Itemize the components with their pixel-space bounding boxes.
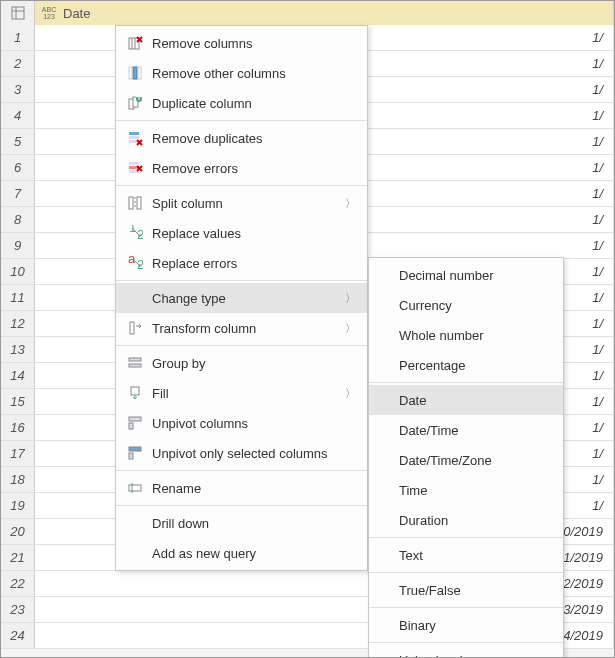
menu-replace-errors[interactable]: a2 Replace errors (116, 248, 367, 278)
drill-down-icon (124, 513, 146, 533)
menu-separator (369, 537, 563, 538)
svg-rect-36 (129, 417, 141, 421)
svg-rect-34 (129, 364, 141, 367)
remove-duplicates-icon (124, 128, 146, 148)
svg-rect-9 (129, 67, 132, 79)
submenu-duration[interactable]: Duration (369, 505, 563, 535)
submenu-date[interactable]: Date (369, 385, 563, 415)
submenu-decimal-number[interactable]: Decimal number (369, 260, 563, 290)
menu-label: Date/Time/Zone (399, 453, 555, 468)
type-123-label: 123 (43, 13, 55, 20)
menu-label: Duplicate column (152, 96, 359, 111)
menu-separator (116, 120, 367, 121)
menu-remove-other-columns[interactable]: Remove other columns (116, 58, 367, 88)
group-by-icon (124, 353, 146, 373)
fill-icon (124, 383, 146, 403)
duplicate-column-icon: + (124, 93, 146, 113)
menu-duplicate-column[interactable]: + Duplicate column (116, 88, 367, 118)
svg-text:1: 1 (129, 225, 136, 235)
remove-columns-icon (124, 33, 146, 53)
submenu-whole-number[interactable]: Whole number (369, 320, 563, 350)
menu-transform-column[interactable]: Transform column 〉 (116, 313, 367, 343)
menu-group-by[interactable]: Group by (116, 348, 367, 378)
column-name-label: Date (63, 6, 90, 21)
svg-rect-8 (133, 67, 137, 79)
menu-label: Time (399, 483, 555, 498)
menu-unpivot-only-selected[interactable]: Unpivot only selected columns (116, 438, 367, 468)
svg-rect-25 (129, 197, 133, 209)
submenu-date-time[interactable]: Date/Time (369, 415, 563, 445)
menu-separator (116, 345, 367, 346)
chevron-right-icon: 〉 (345, 321, 359, 336)
menu-label: Remove other columns (152, 66, 359, 81)
change-type-submenu: Decimal number Currency Whole number Per… (368, 257, 564, 658)
menu-split-column[interactable]: Split column 〉 (116, 188, 367, 218)
menu-label: Replace values (152, 226, 359, 241)
menu-label: True/False (399, 583, 555, 598)
chevron-right-icon: 〉 (345, 386, 359, 401)
menu-replace-values[interactable]: 12 Replace values (116, 218, 367, 248)
menu-label: Currency (399, 298, 555, 313)
svg-rect-20 (129, 162, 139, 165)
unpivot-columns-icon (124, 413, 146, 433)
menu-rename[interactable]: Rename (116, 473, 367, 503)
menu-label: Unpivot only selected columns (152, 446, 359, 461)
menu-remove-duplicates[interactable]: Remove duplicates (116, 123, 367, 153)
submenu-time[interactable]: Time (369, 475, 563, 505)
menu-label: Date (399, 393, 555, 408)
menu-label: Date/Time (399, 423, 555, 438)
row-number: 18 (1, 467, 35, 492)
replace-errors-icon: a2 (124, 253, 146, 273)
unpivot-selected-icon (124, 443, 146, 463)
row-number: 22 (1, 571, 35, 596)
row-number: 12 (1, 311, 35, 336)
table-corner[interactable] (1, 1, 35, 25)
menu-remove-columns[interactable]: Remove columns (116, 28, 367, 58)
column-context-menu: Remove columns Remove other columns + Du… (115, 25, 368, 571)
submenu-using-locale[interactable]: Using locale... (369, 645, 563, 658)
row-number: 1 (1, 25, 35, 50)
svg-rect-0 (12, 7, 24, 19)
row-number: 14 (1, 363, 35, 388)
submenu-text[interactable]: Text (369, 540, 563, 570)
menu-change-type[interactable]: Change type 〉 (116, 283, 367, 313)
menu-separator (116, 470, 367, 471)
svg-rect-35 (131, 387, 139, 395)
menu-label: Change type (152, 291, 345, 306)
menu-add-as-new-query[interactable]: Add as new query (116, 538, 367, 568)
menu-fill[interactable]: Fill 〉 (116, 378, 367, 408)
submenu-binary[interactable]: Binary (369, 610, 563, 640)
split-column-icon (124, 193, 146, 213)
svg-rect-37 (129, 423, 133, 429)
row-number: 4 (1, 103, 35, 128)
menu-separator (369, 642, 563, 643)
row-number: 13 (1, 337, 35, 362)
submenu-true-false[interactable]: True/False (369, 575, 563, 605)
add-query-icon (124, 543, 146, 563)
svg-rect-38 (129, 447, 141, 451)
menu-remove-errors[interactable]: Remove errors (116, 153, 367, 183)
menu-drill-down[interactable]: Drill down (116, 508, 367, 538)
menu-label: Drill down (152, 516, 359, 531)
svg-rect-16 (129, 136, 139, 139)
row-number: 20 (1, 519, 35, 544)
row-number: 9 (1, 233, 35, 258)
column-header-date[interactable]: ABC 123 Date (35, 1, 614, 25)
remove-other-columns-icon (124, 63, 146, 83)
row-number: 10 (1, 259, 35, 284)
menu-unpivot-columns[interactable]: Unpivot columns (116, 408, 367, 438)
menu-label: Remove duplicates (152, 131, 359, 146)
row-number: 5 (1, 129, 35, 154)
submenu-date-time-zone[interactable]: Date/Time/Zone (369, 445, 563, 475)
row-number: 11 (1, 285, 35, 310)
submenu-percentage[interactable]: Percentage (369, 350, 563, 380)
menu-label: Decimal number (399, 268, 555, 283)
svg-rect-33 (129, 358, 141, 361)
submenu-currency[interactable]: Currency (369, 290, 563, 320)
menu-label: Unpivot columns (152, 416, 359, 431)
menu-label: Group by (152, 356, 359, 371)
row-number: 19 (1, 493, 35, 518)
menu-label: Replace errors (152, 256, 359, 271)
remove-errors-icon (124, 158, 146, 178)
row-number: 24 (1, 623, 35, 648)
